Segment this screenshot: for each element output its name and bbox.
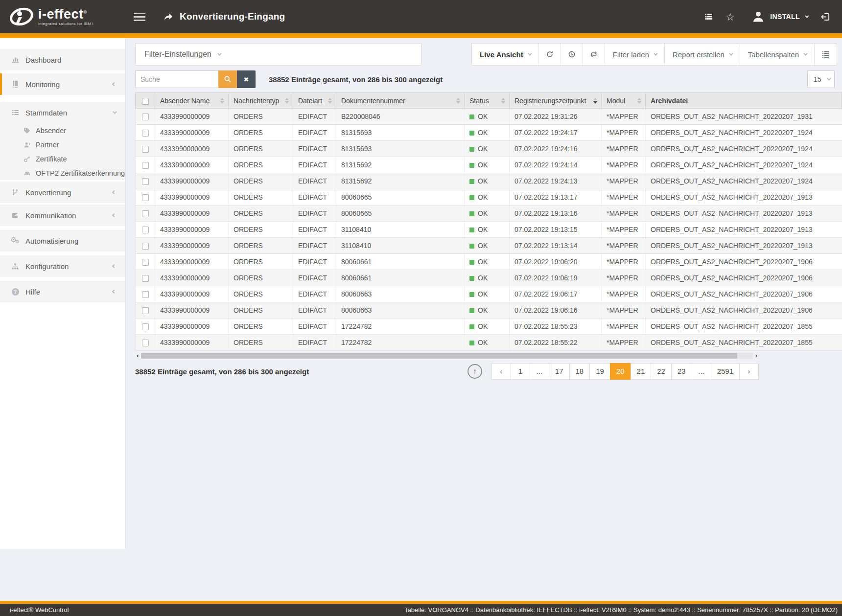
scrollbar-thumb[interactable] [141, 353, 737, 359]
scroll-left-icon[interactable]: ‹ [135, 352, 140, 359]
scrollbar-track[interactable] [141, 353, 752, 359]
page-button[interactable]: ... [692, 363, 711, 380]
sidebar-item-partner[interactable]: Partner [0, 137, 125, 152]
table-row[interactable]: 4333990000009 ORDERS EDIFACT 80060661 OK… [136, 270, 842, 286]
scroll-right-icon[interactable]: › [754, 352, 759, 359]
sidebar-item-monitoring[interactable]: Monitoring [0, 73, 125, 95]
cell-nachrichtentyp: ORDERS [229, 109, 293, 125]
row-checkbox[interactable] [142, 210, 149, 217]
favorite-star-icon[interactable]: ☆ [725, 12, 735, 22]
live-view-button[interactable]: Live Ansicht [472, 44, 538, 65]
sidebar-item-hilfe[interactable]: ? Hilfe [0, 281, 125, 302]
logout-icon[interactable] [820, 12, 830, 22]
column-header-status[interactable]: Status [465, 93, 510, 109]
page-button[interactable]: 18 [569, 363, 590, 380]
table-row[interactable]: 4333990000009 ORDERS EDIFACT 31108410 OK… [136, 222, 842, 238]
page-button[interactable]: 21 [631, 363, 652, 380]
horizontal-scrollbar[interactable]: ‹ › [135, 352, 759, 359]
table-row[interactable]: 4333990000009 ORDERS EDIFACT 17224782 OK… [136, 319, 842, 335]
create-report-button[interactable]: Report erstellen [664, 44, 740, 65]
prev-page-button[interactable]: ‹ [491, 363, 511, 380]
table-body: 4333990000009 ORDERS EDIFACT B220008046 … [136, 109, 842, 351]
page-button[interactable]: 2591 [711, 363, 740, 380]
table-row[interactable]: 4333990000009 ORDERS EDIFACT 81315692 OK… [136, 157, 842, 173]
page-button[interactable]: 20 [610, 363, 631, 380]
sidebar-item-absender[interactable]: Absender [0, 123, 125, 137]
app-logo[interactable]: i-effect® integrated solutions for IBM i [9, 5, 94, 28]
page-button[interactable]: 17 [549, 363, 570, 380]
sidebar-item-kommunikation[interactable]: Kommunikation [0, 205, 125, 226]
table-row[interactable]: 4333990000009 ORDERS EDIFACT 81315692 OK… [136, 173, 842, 189]
row-checkbox[interactable] [142, 114, 149, 120]
search-button[interactable] [218, 70, 237, 88]
select-all-checkbox[interactable] [142, 98, 149, 105]
table-row[interactable]: 4333990000009 ORDERS EDIFACT 81315693 OK… [136, 125, 842, 141]
table-row[interactable]: 4333990000009 ORDERS EDIFACT 80060661 OK… [136, 254, 842, 270]
clear-search-button[interactable]: ✖ [237, 70, 256, 88]
cell-modul: *MAPPER [602, 286, 646, 302]
sidebar-item-zertifikate[interactable]: Zertifikate [0, 152, 125, 166]
refresh-button[interactable] [538, 44, 561, 65]
table-row[interactable]: 4333990000009 ORDERS EDIFACT 80060665 OK… [136, 205, 842, 222]
column-header-registrierungszeitpunkt[interactable]: Registrierungszeitpunkt [510, 93, 602, 109]
page-button[interactable]: ... [530, 363, 549, 380]
history-clock-button[interactable] [561, 44, 583, 65]
column-header-dateiart[interactable]: Dateiart [293, 93, 336, 109]
refresh-icon [546, 50, 554, 58]
sidebar-item-oftp2[interactable]: OFTP2 Zertifikatserkennung [0, 166, 125, 180]
table-row[interactable]: 4333990000009 ORDERS EDIFACT 80060665 OK… [136, 189, 842, 205]
next-page-button[interactable]: › [739, 363, 759, 380]
sidebar-item-dashboard[interactable]: Dashboard [0, 49, 125, 70]
page-button[interactable]: 22 [651, 363, 672, 380]
row-checkbox[interactable] [142, 291, 149, 298]
sidebar-item-konfiguration[interactable]: Konfiguration [0, 255, 125, 277]
list-view-button[interactable] [814, 44, 837, 65]
row-checkbox[interactable] [142, 130, 149, 137]
scroll-to-top-button[interactable]: ↑ [468, 364, 482, 379]
server-list-icon[interactable] [704, 13, 713, 21]
cell-dateiart: EDIFACT [293, 157, 336, 173]
load-filter-button[interactable]: Filter laden [605, 44, 664, 65]
cell-absender-name: 4333990000009 [155, 109, 229, 125]
row-checkbox[interactable] [142, 146, 149, 153]
column-header-nachrichtentyp[interactable]: Nachrichtentyp [229, 93, 293, 109]
column-header-modul[interactable]: Modul [602, 93, 646, 109]
retweet-icon [590, 50, 598, 58]
row-checkbox[interactable] [142, 178, 149, 185]
sidebar-item-stammdaten[interactable]: Stammdaten [0, 102, 125, 123]
sort-icon [217, 98, 224, 104]
column-header-archivdatei[interactable]: Archivdatei [646, 93, 842, 109]
table-row[interactable]: 4333990000009 ORDERS EDIFACT B220008046 … [136, 109, 842, 125]
row-checkbox[interactable] [142, 275, 149, 282]
column-header-absender[interactable]: Absender Name [155, 93, 229, 109]
user-menu[interactable]: INSTALL [751, 10, 808, 23]
page-size-select[interactable]: 15 [807, 70, 835, 88]
page-button[interactable]: 23 [671, 363, 692, 380]
sort-icon [325, 98, 332, 104]
transfer-button[interactable] [583, 44, 605, 65]
page-button[interactable]: 1 [511, 363, 530, 380]
menu-icon[interactable] [134, 13, 145, 21]
row-checkbox[interactable] [142, 259, 149, 266]
table-row[interactable]: 4333990000009 ORDERS EDIFACT 80060663 OK… [136, 286, 842, 302]
row-checkbox[interactable] [142, 323, 149, 330]
row-checkbox[interactable] [142, 194, 149, 201]
page-button[interactable]: 19 [589, 363, 610, 380]
row-checkbox[interactable] [142, 243, 149, 250]
column-header-dokumentennummer[interactable]: Dokumentennummer [336, 93, 465, 109]
table-row[interactable]: 4333990000009 ORDERS EDIFACT 17224782 OK… [136, 335, 842, 351]
table-row[interactable]: 4333990000009 ORDERS EDIFACT 81315693 OK… [136, 141, 842, 157]
row-checkbox[interactable] [142, 227, 149, 233]
search-input[interactable] [135, 70, 218, 88]
sidebar-item-automatisierung[interactable]: ⚙⚙ Automatisierung [0, 230, 125, 251]
table-row[interactable]: 4333990000009 ORDERS EDIFACT 31108410 OK… [136, 238, 842, 254]
cell-archivdatei: ORDERS_OUT_AS2_NACHRICHT_20220207_1913 [646, 205, 842, 222]
cell-registrierungszeitpunkt: 07.02.2022 19:06:16 [510, 302, 602, 319]
row-checkbox[interactable] [142, 340, 149, 346]
row-checkbox[interactable] [142, 307, 149, 314]
table-row[interactable]: 4333990000009 ORDERS EDIFACT 80060663 OK… [136, 302, 842, 319]
row-checkbox[interactable] [142, 162, 149, 169]
filter-settings-toggle[interactable]: Filter-Einstellungen [135, 43, 421, 66]
sidebar-item-konvertierung[interactable]: Konvertierung [0, 182, 125, 203]
table-columns-button[interactable]: Tabellenspalten [740, 44, 814, 65]
